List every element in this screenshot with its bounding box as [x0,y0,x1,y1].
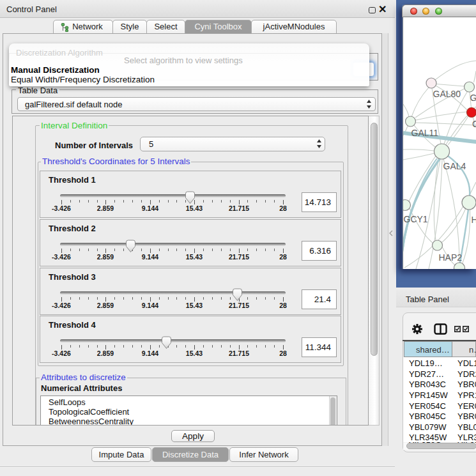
svg-text:HAP2: HAP2 [439,252,463,263]
svg-text:GAL11: GAL11 [411,128,439,138]
svg-text:H: H [472,215,476,225]
svg-text:GCY1: GCY1 [404,214,428,224]
svg-text:GAL4: GAL4 [443,161,466,171]
svg-text:GAL80: GAL80 [433,89,461,99]
svg-text:C: C [472,119,476,129]
svg-text:GA: GA [470,93,476,103]
